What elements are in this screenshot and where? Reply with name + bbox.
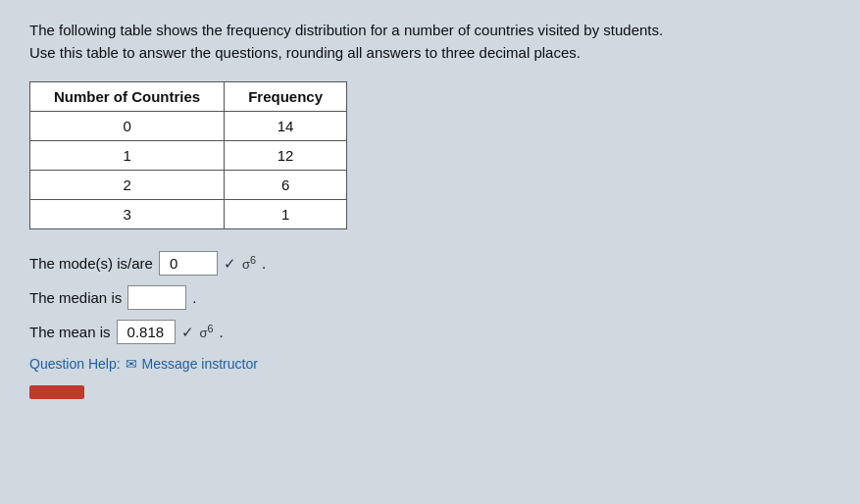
mean-row: The mean is 0.818 ✓ σ6 . bbox=[29, 320, 831, 344]
frequency-cell: 6 bbox=[225, 171, 347, 200]
median-label: The median is bbox=[29, 289, 122, 306]
question-help-label: Question Help: bbox=[29, 356, 121, 372]
question-help: Question Help: ✉ Message instructor bbox=[29, 356, 831, 372]
mean-dot: . bbox=[220, 324, 224, 340]
mode-sigma-icon: σ6 bbox=[242, 254, 256, 272]
col2-header: Frequency bbox=[225, 82, 347, 112]
message-instructor-link[interactable]: Message instructor bbox=[142, 356, 258, 372]
table-row: 26 bbox=[30, 171, 347, 200]
table-row: 014 bbox=[30, 112, 347, 141]
mode-check-icon: ✓ bbox=[224, 255, 236, 273]
table-row: 31 bbox=[30, 200, 347, 229]
mean-check-icon: ✓ bbox=[181, 324, 194, 341]
col1-header: Number of Countries bbox=[30, 82, 225, 112]
frequency-cell: 12 bbox=[225, 141, 347, 171]
mode-answer[interactable]: 0 bbox=[159, 251, 218, 276]
median-answer[interactable] bbox=[127, 285, 186, 310]
submit-button[interactable] bbox=[29, 385, 84, 399]
country-cell: 1 bbox=[30, 141, 225, 171]
mean-label: The mean is bbox=[29, 324, 111, 340]
median-dot: . bbox=[192, 289, 196, 306]
median-row: The median is . bbox=[29, 285, 831, 310]
frequency-cell: 1 bbox=[225, 200, 347, 229]
envelope-icon: ✉ bbox=[126, 356, 137, 372]
questions-section: The mode(s) is/are 0 ✓ σ6 . The median i… bbox=[29, 251, 831, 344]
mode-label: The mode(s) is/are bbox=[29, 255, 153, 272]
frequency-cell: 14 bbox=[225, 112, 347, 141]
country-cell: 2 bbox=[30, 171, 225, 200]
mean-sigma-icon: σ6 bbox=[200, 323, 214, 340]
country-cell: 3 bbox=[30, 200, 225, 229]
mode-dot: . bbox=[262, 255, 266, 272]
table-row: 112 bbox=[30, 141, 347, 171]
mode-row: The mode(s) is/are 0 ✓ σ6 . bbox=[29, 251, 831, 276]
intro-text: The following table shows the frequency … bbox=[29, 20, 831, 64]
country-cell: 0 bbox=[30, 112, 225, 141]
frequency-table: Number of Countries Frequency 0141122631 bbox=[29, 81, 831, 229]
mean-answer[interactable]: 0.818 bbox=[117, 320, 176, 344]
